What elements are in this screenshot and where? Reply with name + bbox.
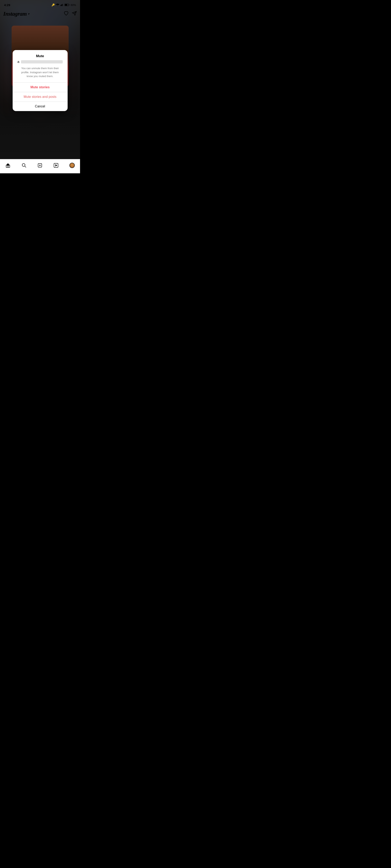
instagram-logo: Instagram ▾ [3,10,29,17]
app-name: Instagram [3,10,27,17]
mute-stories-button[interactable]: Mute stories [12,83,67,92]
nav-search[interactable] [16,163,32,168]
dialog-title: Mute [17,54,63,58]
svg-rect-3 [62,4,63,6]
direct-message-icon[interactable] [72,11,77,17]
battery-icon [64,4,69,6]
nav-home[interactable] [0,163,16,168]
mute-stories-posts-button[interactable]: Mute stories and posts [12,92,67,101]
username-prefix: a [18,60,19,64]
dialog-backdrop: Mute a You can unmute them from their pr… [0,20,80,142]
status-time: 4:29 [4,3,10,7]
key-icon: 🔑 [52,3,55,6]
cancel-button[interactable]: Cancel [12,102,67,111]
nav-bar: Instagram ▾ [0,9,80,20]
content-area: Mute a You can unmute them from their pr… [0,20,80,142]
avatar-face [70,163,74,167]
dropdown-chevron[interactable]: ▾ [28,12,29,16]
status-bar: 4:29 🔑 60% [0,0,80,9]
svg-rect-0 [60,5,61,6]
svg-rect-6 [65,4,67,6]
header-nav-icons [64,11,77,17]
mute-dialog: Mute a You can unmute them from their pr… [12,50,67,111]
dialog-description: You can unmute them from their profile. … [17,66,63,82]
nav-profile[interactable] [64,163,80,168]
nav-add[interactable] [32,163,48,168]
svg-rect-5 [69,4,69,5]
add-icon [37,163,43,168]
username-bar [21,60,63,63]
home-icon [5,163,10,168]
svg-rect-2 [62,4,62,6]
notifications-heart-icon[interactable] [64,11,68,17]
svg-line-8 [25,166,26,167]
dialog-username-row: a [17,60,63,64]
reels-icon [54,163,58,168]
bottom-nav [0,159,80,173]
search-icon [22,163,26,168]
status-icons: 🔑 60% [52,3,76,6]
battery-percentage: 60% [71,3,76,6]
svg-rect-1 [61,4,62,6]
signal-icon [60,4,63,6]
wifi-icon [56,4,59,6]
svg-point-7 [22,163,25,166]
nav-reels[interactable] [48,163,64,168]
dialog-top: Mute a You can unmute them from their pr… [12,50,67,82]
avatar [69,163,75,168]
